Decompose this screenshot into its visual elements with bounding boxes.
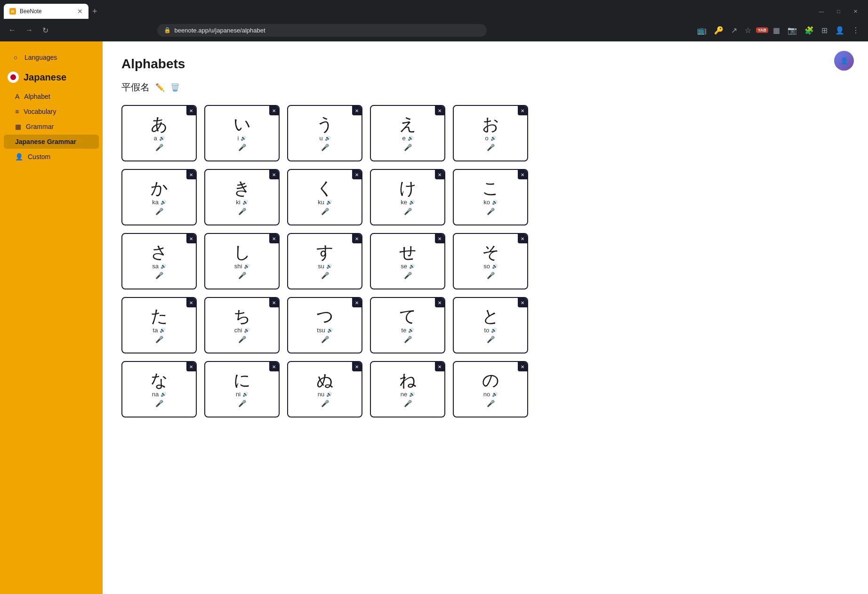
sound-icon[interactable]: 🔊: [161, 264, 166, 269]
mic-icon[interactable]: 🎤: [238, 400, 246, 407]
sound-icon[interactable]: 🔊: [492, 200, 498, 205]
kana-card[interactable]: ✕ か ka 🔊 🎤: [121, 169, 197, 225]
kana-card[interactable]: ✕ お o 🔊 🎤: [453, 105, 528, 161]
mic-icon[interactable]: 🎤: [155, 144, 163, 151]
delete-icon[interactable]: 🗑️: [170, 83, 180, 92]
card-close-button[interactable]: ✕: [269, 170, 279, 179]
key-icon[interactable]: 🔑: [711, 24, 726, 37]
mic-icon[interactable]: 🎤: [155, 272, 163, 279]
sound-icon[interactable]: 🔊: [409, 200, 415, 205]
mic-icon[interactable]: 🎤: [404, 336, 412, 343]
sound-icon[interactable]: 🔊: [241, 136, 246, 141]
card-close-button[interactable]: ✕: [518, 234, 527, 243]
mic-icon[interactable]: 🎤: [404, 400, 412, 407]
kana-card[interactable]: ✕ ち chi 🔊 🎤: [204, 297, 280, 353]
sound-icon[interactable]: 🔊: [492, 392, 498, 397]
card-close-button[interactable]: ✕: [518, 170, 527, 179]
kana-card[interactable]: ✕ ね ne 🔊 🎤: [370, 361, 445, 417]
forward-button[interactable]: →: [23, 24, 36, 36]
mic-icon[interactable]: 🎤: [404, 144, 412, 151]
more-button[interactable]: ⋮: [849, 24, 862, 37]
tab-close-button[interactable]: ✕: [77, 8, 83, 15]
yab-extension[interactable]: YAB: [756, 27, 768, 33]
sidebar-item-languages[interactable]: ○ Languages: [4, 50, 99, 65]
mic-icon[interactable]: 🎤: [155, 208, 163, 215]
kana-card[interactable]: ✕ こ ko 🔊 🎤: [453, 169, 528, 225]
mic-icon[interactable]: 🎤: [487, 336, 495, 343]
sound-icon[interactable]: 🔊: [244, 328, 249, 333]
new-tab-button[interactable]: +: [88, 4, 101, 19]
mic-icon[interactable]: 🎤: [321, 336, 329, 343]
kana-card[interactable]: ✕ き ki 🔊 🎤: [204, 169, 280, 225]
close-button[interactable]: ✕: [847, 2, 864, 21]
bookmark-icon[interactable]: ☆: [742, 24, 754, 37]
sound-icon[interactable]: 🔊: [492, 264, 498, 269]
card-close-button[interactable]: ✕: [435, 106, 444, 115]
sound-icon[interactable]: 🔊: [161, 200, 166, 205]
sound-icon[interactable]: 🔊: [490, 136, 496, 141]
card-close-button[interactable]: ✕: [269, 234, 279, 243]
mic-icon[interactable]: 🎤: [321, 208, 329, 215]
sound-icon[interactable]: 🔊: [491, 328, 497, 333]
mic-icon[interactable]: 🎤: [321, 272, 329, 279]
mic-icon[interactable]: 🎤: [487, 144, 495, 151]
sound-icon[interactable]: 🔊: [326, 200, 332, 205]
mic-icon[interactable]: 🎤: [238, 336, 246, 343]
sound-icon[interactable]: 🔊: [325, 136, 330, 141]
kana-card[interactable]: ✕ あ a 🔊 🎤: [121, 105, 197, 161]
mic-icon[interactable]: 🎤: [487, 272, 495, 279]
sidebar-item-alphabet[interactable]: A Alphabet: [4, 89, 99, 104]
mic-icon[interactable]: 🎤: [404, 272, 412, 279]
sidebar-item-custom[interactable]: 👤 Custom: [4, 150, 99, 164]
sound-icon[interactable]: 🔊: [409, 392, 415, 397]
card-close-button[interactable]: ✕: [518, 106, 527, 115]
sound-icon[interactable]: 🔊: [161, 392, 166, 397]
mic-icon[interactable]: 🎤: [155, 400, 163, 407]
kana-card[interactable]: ✕ ぬ nu 🔊 🎤: [287, 361, 362, 417]
card-close-button[interactable]: ✕: [269, 298, 279, 307]
sound-icon[interactable]: 🔊: [160, 328, 165, 333]
mic-icon[interactable]: 🎤: [321, 400, 329, 407]
maximize-button[interactable]: □: [830, 2, 847, 21]
kana-card[interactable]: ✕ と to 🔊 🎤: [453, 297, 528, 353]
mic-icon[interactable]: 🎤: [487, 208, 495, 215]
cast-icon[interactable]: 📺: [694, 24, 709, 37]
sound-icon[interactable]: 🔊: [242, 392, 248, 397]
card-close-button[interactable]: ✕: [186, 362, 196, 371]
active-tab[interactable]: B BeeNote ✕: [4, 4, 88, 19]
kana-card[interactable]: ✕ け ke 🔊 🎤: [370, 169, 445, 225]
profile-icon[interactable]: 👤: [832, 24, 847, 37]
card-close-button[interactable]: ✕: [186, 170, 196, 179]
card-close-button[interactable]: ✕: [186, 234, 196, 243]
card-close-button[interactable]: ✕: [186, 298, 196, 307]
card-close-button[interactable]: ✕: [518, 362, 527, 371]
kana-card[interactable]: ✕ つ tsu 🔊 🎤: [287, 297, 362, 353]
mic-icon[interactable]: 🎤: [238, 208, 246, 215]
sound-icon[interactable]: 🔊: [326, 392, 332, 397]
card-close-button[interactable]: ✕: [269, 362, 279, 371]
card-close-button[interactable]: ✕: [435, 170, 444, 179]
mic-icon[interactable]: 🎤: [155, 336, 163, 343]
card-close-button[interactable]: ✕: [518, 298, 527, 307]
user-avatar[interactable]: 👤: [834, 51, 854, 71]
kana-card[interactable]: ✕ う u 🔊 🎤: [287, 105, 362, 161]
back-button[interactable]: ←: [6, 24, 19, 36]
kana-card[interactable]: ✕ に ni 🔊 🎤: [204, 361, 280, 417]
sound-icon[interactable]: 🔊: [408, 328, 414, 333]
kana-card[interactable]: ✕ さ sa 🔊 🎤: [121, 233, 197, 289]
sound-icon[interactable]: 🔊: [244, 264, 249, 269]
sound-icon[interactable]: 🔊: [326, 264, 332, 269]
mic-icon[interactable]: 🎤: [487, 400, 495, 407]
card-close-button[interactable]: ✕: [435, 234, 444, 243]
kana-card[interactable]: ✕ な na 🔊 🎤: [121, 361, 197, 417]
sound-icon[interactable]: 🔊: [242, 200, 248, 205]
kana-card[interactable]: ✕ せ se 🔊 🎤: [370, 233, 445, 289]
minimize-button[interactable]: —: [812, 2, 830, 21]
card-close-button[interactable]: ✕: [352, 362, 362, 371]
card-close-button[interactable]: ✕: [269, 106, 279, 115]
card-close-button[interactable]: ✕: [352, 106, 362, 115]
sound-icon[interactable]: 🔊: [159, 136, 165, 141]
card-close-button[interactable]: ✕: [352, 234, 362, 243]
mic-icon[interactable]: 🎤: [404, 208, 412, 215]
edit-icon[interactable]: ✏️: [155, 83, 165, 92]
